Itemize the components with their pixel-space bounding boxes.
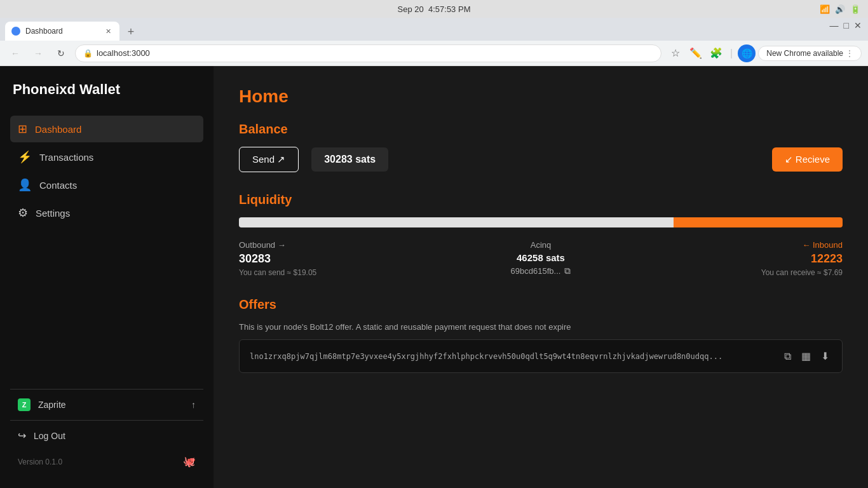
sidebar-dashboard-label: Dashboard — [35, 124, 81, 135]
minimize-button[interactable]: — — [830, 20, 839, 30]
bookmark-button[interactable]: ☆ — [667, 44, 684, 62]
receive-button[interactable]: ↙ Recieve — [772, 147, 843, 172]
tab-favicon — [11, 27, 20, 36]
os-datetime: Sep 20 4:57:53 PM — [398, 4, 471, 14]
address-bar[interactable]: 🔒 localhost:3000 — [75, 44, 661, 62]
sidebar-divider-bottom — [10, 420, 203, 421]
liquidity-inbound: ← Inbound 12223 You can receive ≈ $7.69 — [650, 240, 843, 277]
sidebar-nav: ⊞ Dashboard ⚡ Transactions 👤 Contacts ⚙ … — [10, 116, 203, 376]
volume-icon: 🔊 — [835, 4, 845, 14]
sidebar-transactions-label: Transactions — [39, 152, 93, 163]
sidebar-contacts-label: Contacts — [39, 180, 77, 191]
dashboard-icon: ⊞ — [18, 122, 27, 136]
offer-actions: ⧉ ▦ ⬇ — [782, 348, 832, 365]
battery-icon: 🔋 — [850, 4, 860, 14]
download-offer-button[interactable]: ⬇ — [818, 348, 832, 365]
toolbar-actions: ☆ ✏️ 🧩 | 🌐 New Chrome available ⋮ — [667, 44, 862, 62]
offers-section: Offers This is your node's Bolt12 offer.… — [239, 297, 843, 373]
transactions-icon: ⚡ — [18, 150, 32, 164]
outbound-can-send: You can send ≈ $19.05 — [239, 268, 431, 277]
forward-button[interactable]: → — [29, 44, 47, 62]
node-id-row: 69bcd615fb... ⧉ — [511, 266, 571, 276]
liquidity-outbound: Outbound → 30283 You can send ≈ $19.05 — [239, 240, 431, 277]
zaprite-label: Zaprite — [38, 400, 66, 410]
offer-code: lno1zrxq8pjw7qjlm68mtp7e3yvxee4y5xrgjhhy… — [250, 352, 776, 361]
os-icons: 📶 🔊 🔋 — [820, 4, 860, 14]
outbound-value: 30283 — [239, 252, 431, 266]
sidebar-item-transactions[interactable]: ⚡ Transactions — [10, 144, 203, 170]
liquidity-center: Acinq 46258 sats 69bcd615fb... ⧉ — [444, 240, 637, 277]
maximize-button[interactable]: □ — [844, 20, 849, 30]
page-title: Home — [239, 86, 843, 107]
sidebar-divider-top — [10, 389, 203, 390]
settings-icon: ⚙ — [18, 206, 28, 220]
customize-button[interactable]: ✏️ — [687, 44, 705, 62]
extensions-button[interactable]: 🧩 — [707, 44, 725, 62]
chrome-window-controls: — □ ✕ — [830, 20, 862, 30]
app-title: Phoneixd Wallet — [10, 81, 203, 98]
offers-description: This is your node's Bolt12 offer. A stat… — [239, 322, 843, 332]
sidebar-bottom: Z Zaprite ↑ ↪ Log Out Version 0.1.0 🐙 — [10, 376, 203, 473]
new-tab-button[interactable]: + — [122, 23, 140, 41]
reload-button[interactable]: ↻ — [52, 44, 70, 62]
outbound-label: Outbound → — [239, 240, 431, 250]
sidebar-item-contacts[interactable]: 👤 Contacts — [10, 172, 203, 198]
profile-icon[interactable]: 🌐 — [738, 44, 756, 62]
inbound-value: 12223 — [811, 252, 843, 266]
app-container: Phoneixd Wallet ⊞ Dashboard ⚡ Transactio… — [0, 66, 868, 488]
version-text: Version 0.1.0 — [18, 458, 62, 466]
wifi-icon: 📶 — [820, 4, 830, 14]
sidebar-version: Version 0.1.0 🐙 — [10, 451, 203, 473]
center-label: Acinq — [531, 240, 552, 250]
sidebar-item-zaprite[interactable]: Z Zaprite ↑ — [10, 392, 203, 417]
sidebar-item-dashboard[interactable]: ⊞ Dashboard — [10, 116, 203, 142]
new-chrome-arrow-icon: ⋮ — [846, 49, 853, 58]
tab-label: Dashboard — [25, 27, 63, 36]
liquidity-section-title: Liquidity — [239, 193, 843, 207]
liquidity-bar — [239, 217, 843, 227]
liquidity-outbound-bar — [239, 217, 674, 227]
copy-offer-button[interactable]: ⧉ — [782, 348, 794, 365]
liquidity-section: Liquidity Outbound → 30283 You can send … — [239, 193, 843, 277]
tab-close-button[interactable]: ✕ — [103, 26, 113, 36]
inbound-can-receive: You can receive ≈ $7.69 — [761, 268, 843, 277]
github-icon[interactable]: 🐙 — [183, 456, 196, 468]
center-sats: 46258 sats — [517, 252, 565, 263]
zaprite-action-icon: ↑ — [191, 400, 196, 410]
balance-row: Send ↗ 30283 sats ↙ Recieve — [239, 147, 843, 172]
browser-tab[interactable]: Dashboard ✕ — [5, 22, 119, 41]
new-chrome-label: New Chrome available — [766, 49, 843, 58]
logout-icon: ↪ — [18, 430, 26, 442]
node-id-text: 69bcd615fb... — [511, 266, 561, 276]
contacts-icon: 👤 — [18, 178, 32, 192]
sidebar-settings-label: Settings — [36, 208, 70, 219]
url-text: localhost:3000 — [97, 48, 150, 58]
balance-section-title: Balance — [239, 122, 843, 137]
new-chrome-button[interactable]: New Chrome available ⋮ — [758, 46, 862, 61]
logout-label: Log Out — [34, 431, 65, 441]
qr-offer-button[interactable]: ▦ — [799, 348, 813, 365]
chrome-tabs-bar: Dashboard ✕ + — □ ✕ — [0, 18, 868, 41]
liquidity-inbound-bar — [674, 217, 843, 227]
sidebar-item-logout[interactable]: ↪ Log Out — [10, 423, 203, 448]
liquidity-info: Outbound → 30283 You can send ≈ $19.05 A… — [239, 240, 843, 277]
send-button[interactable]: Send ↗ — [239, 147, 299, 172]
balance-section: Balance Send ↗ 30283 sats ↙ Recieve — [239, 122, 843, 172]
back-button[interactable]: ← — [6, 44, 24, 62]
offer-box: lno1zrxq8pjw7qjlm68mtp7e3yvxee4y5xrgjhhy… — [239, 339, 843, 373]
offers-section-title: Offers — [239, 297, 843, 312]
lock-icon: 🔒 — [83, 49, 93, 58]
inbound-label: ← Inbound — [802, 240, 843, 250]
sidebar: Phoneixd Wallet ⊞ Dashboard ⚡ Transactio… — [0, 66, 214, 488]
sidebar-item-settings[interactable]: ⚙ Settings — [10, 200, 203, 226]
chrome-toolbar: ← → ↻ 🔒 localhost:3000 ☆ ✏️ 🧩 | 🌐 New Ch… — [0, 41, 868, 66]
os-bar: Sep 20 4:57:53 PM 📶 🔊 🔋 — [0, 0, 868, 18]
main-content: Home Balance Send ↗ 30283 sats ↙ Recieve… — [214, 66, 868, 488]
close-button[interactable]: ✕ — [854, 20, 862, 30]
balance-amount: 30283 sats — [311, 147, 388, 172]
zaprite-icon: Z — [18, 398, 31, 411]
copy-node-id-button[interactable]: ⧉ — [564, 266, 571, 276]
